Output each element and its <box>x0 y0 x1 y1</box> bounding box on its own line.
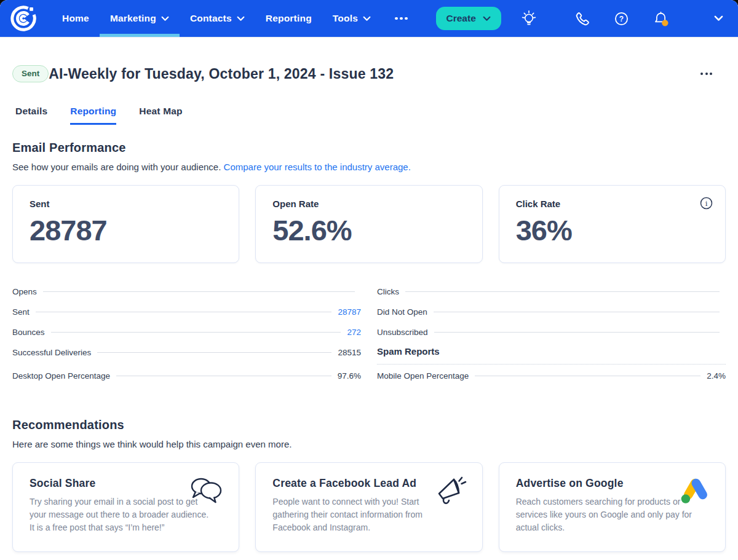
rec-card-body: Reach customers searching for products o… <box>516 495 700 534</box>
stat-label: Desktop Open Percentage <box>12 371 110 381</box>
industry-average-link[interactable]: Compare your results to the industry ave… <box>224 162 411 172</box>
campaign-report-page: Sent AI-Weekly for Tuesday, October 1, 2… <box>0 65 738 552</box>
leader-line <box>475 376 700 376</box>
leader-line <box>116 376 331 376</box>
speech-bubbles-icon <box>188 475 226 510</box>
recommendations-subtext: Here are some things we think would help… <box>12 439 726 449</box>
email-performance-heading: Email Performance <box>12 141 726 155</box>
nav-item-home[interactable]: Home <box>52 0 100 37</box>
rec-card-body: Try sharing your email in a social post … <box>30 495 214 534</box>
stat-value: 97.6% <box>338 371 361 381</box>
stat-label: Mobile Open Percentage <box>377 371 469 381</box>
nav-item-tools[interactable]: Tools <box>322 0 381 37</box>
nav-item-contacts[interactable]: Contacts <box>180 0 255 37</box>
page-title: AI-Weekly for Tuesday, October 1, 2024 -… <box>49 66 394 82</box>
leader-line <box>43 291 355 292</box>
stat-row-desktop-open-percentage: Desktop Open Percentage 97.6% <box>12 366 361 386</box>
info-icon[interactable]: i <box>699 196 713 213</box>
leader-line <box>36 312 332 312</box>
primary-nav: Home Marketing Contacts Reporting Tools <box>52 0 381 37</box>
stat-label: Clicks <box>377 287 399 296</box>
stats-left-column: Opens Sent 28787 Bounces 272 Successful … <box>12 282 361 386</box>
spam-reports-heading: Spam Reports <box>377 346 726 365</box>
profile-chevron-down-icon[interactable] <box>712 10 726 26</box>
email-performance-subtext: See how your emails are doing with your … <box>12 162 726 172</box>
stat-label: Did Not Open <box>377 307 427 317</box>
status-badge: Sent <box>12 65 49 82</box>
constant-contact-logo-icon <box>9 4 38 33</box>
stat-label: Opens <box>12 287 37 296</box>
nav-item-reporting-label: Reporting <box>266 13 312 24</box>
leader-line <box>434 332 720 333</box>
stat-row-clicks: Clicks <box>377 282 726 302</box>
top-navigation: Home Marketing Contacts Reporting Tools … <box>0 0 738 37</box>
create-button-label: Create <box>446 13 476 24</box>
leader-line <box>97 352 331 353</box>
metric-value: 52.6% <box>272 213 465 247</box>
rec-card-advertise-google[interactable]: Advertise on Google Reach customers sear… <box>499 462 726 552</box>
nav-item-marketing-label: Marketing <box>110 13 156 24</box>
stat-value: 2.4% <box>707 371 726 381</box>
rec-card-facebook-lead-ad[interactable]: Create a Facebook Lead Ad People want to… <box>255 462 482 552</box>
stat-row-did-not-open: Did Not Open <box>377 302 726 322</box>
stat-row-bounces: Bounces 272 <box>12 322 361 342</box>
phone-icon[interactable] <box>574 10 592 28</box>
svg-text:?: ? <box>619 14 624 23</box>
stat-row-successful-deliveries: Successful Deliveries 28515 <box>12 342 361 363</box>
leader-line <box>434 312 720 312</box>
stat-label: Sent <box>12 307 30 317</box>
lightbulb-icon[interactable] <box>520 9 538 28</box>
metric-label: Sent <box>30 199 222 209</box>
nav-item-home-label: Home <box>62 13 89 24</box>
help-icon[interactable]: ? <box>613 10 630 28</box>
leader-line <box>405 291 720 292</box>
campaign-title-row: Sent AI-Weekly for Tuesday, October 1, 2… <box>12 65 726 82</box>
stat-label: Unsubscribed <box>377 328 428 337</box>
stat-row-unsubscribed: Unsubscribed <box>377 322 726 342</box>
metric-card-open-rate: Open Rate 52.6% <box>255 185 482 263</box>
subtext-static: See how your emails are doing with your … <box>12 162 221 172</box>
chevron-down-icon <box>363 16 371 22</box>
recommendations-heading: Recommendations <box>12 418 726 432</box>
nav-item-marketing[interactable]: Marketing <box>100 0 180 37</box>
tab-heat-map[interactable]: Heat Map <box>139 106 183 125</box>
rec-card-body: People want to connect with you! Start g… <box>272 495 457 534</box>
campaign-more-menu-icon[interactable] <box>697 69 716 79</box>
nav-item-contacts-label: Contacts <box>190 13 232 24</box>
metric-cards: Sent 28787 Open Rate 52.6% Click Rate 36… <box>12 185 726 263</box>
recommendation-cards: Social Share Try sharing your email in a… <box>12 462 726 552</box>
notification-dot <box>662 20 668 26</box>
stat-row-sent: Sent 28787 <box>12 302 361 322</box>
megaphone-icon <box>432 475 469 513</box>
nav-item-reporting[interactable]: Reporting <box>255 0 322 37</box>
metric-card-click-rate: Click Rate 36% i <box>499 185 726 263</box>
chevron-down-icon <box>237 16 245 22</box>
metric-label: Open Rate <box>272 199 465 209</box>
tab-details[interactable]: Details <box>15 106 47 125</box>
metric-label: Click Rate <box>516 199 708 209</box>
stat-value-link[interactable]: 28787 <box>338 307 361 317</box>
google-ads-icon <box>679 475 712 508</box>
notification-bell-icon[interactable] <box>651 9 670 28</box>
stats-right-column: Clicks Did Not Open Unsubscribed Spam Re… <box>377 282 726 386</box>
chevron-down-icon <box>161 16 169 22</box>
constant-contact-logo[interactable] <box>9 4 38 33</box>
stat-label: Bounces <box>12 328 45 337</box>
create-button[interactable]: Create <box>436 7 501 30</box>
metric-value: 36% <box>516 213 708 247</box>
stat-row-mobile-open-percentage: Mobile Open Percentage 2.4% <box>377 366 726 386</box>
stat-label: Successful Deliveries <box>12 348 91 357</box>
svg-text:i: i <box>705 199 708 208</box>
metric-value: 28787 <box>30 213 222 247</box>
stat-row-opens: Opens <box>12 282 361 302</box>
nav-item-tools-label: Tools <box>333 13 358 24</box>
stat-value-link[interactable]: 272 <box>347 328 361 337</box>
report-tabs: Details Reporting Heat Map <box>12 106 726 125</box>
rec-card-social-share[interactable]: Social Share Try sharing your email in a… <box>12 462 239 552</box>
leader-line <box>51 332 341 333</box>
chevron-down-icon <box>483 16 491 22</box>
nav-more-menu-icon[interactable] <box>390 12 413 25</box>
stats-columns: Opens Sent 28787 Bounces 272 Successful … <box>12 282 726 386</box>
metric-card-sent: Sent 28787 <box>12 185 239 263</box>
tab-reporting[interactable]: Reporting <box>70 106 116 125</box>
